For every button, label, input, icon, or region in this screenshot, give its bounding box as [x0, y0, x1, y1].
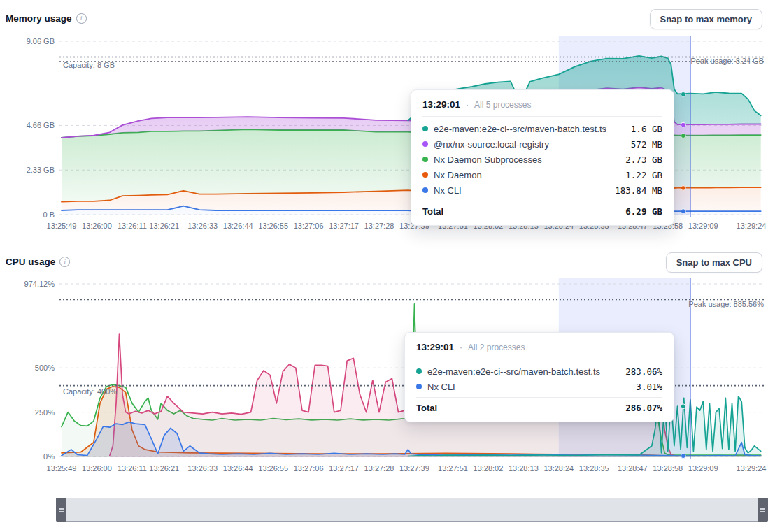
- x-tick-label: 13:29:09: [688, 222, 718, 230]
- series-color-dot: [422, 172, 428, 178]
- process-value: 3.01%: [636, 382, 662, 392]
- tooltip-time: 13:29:01: [422, 99, 460, 110]
- process-name: Nx Daemon: [434, 170, 620, 180]
- x-tick-label: 13:28:35: [579, 464, 609, 473]
- x-tick-label: 13:27:51: [438, 464, 468, 473]
- process-value: 283.06%: [625, 366, 662, 377]
- charts-canvas[interactable]: [0, 0, 782, 532]
- x-tick-label: 13:27:06: [294, 222, 324, 230]
- x-tick-label: 13:26:11: [118, 464, 147, 473]
- memory-tooltip: 13:29:01 · All 5 processes e2e-maven:e2e…: [411, 89, 674, 226]
- process-value: 1.6 GB: [631, 124, 662, 134]
- x-tick-label: 13:27:06: [294, 464, 324, 473]
- memory-peak-label: Peak usage: 8.24 GB: [690, 57, 764, 65]
- process-name: Nx Daemon Subprocesses: [434, 154, 620, 165]
- x-tick-label: 13:29:09: [688, 464, 718, 473]
- tooltip-row: Nx Daemon Subprocesses 2.73 GB: [422, 152, 662, 167]
- x-tick-label: 13:25:49: [47, 222, 77, 230]
- cpu-capacity-label: Capacity: 400%: [63, 387, 117, 396]
- y-tick-label: 0 B: [3, 210, 55, 219]
- x-tick-label: 13:26:00: [82, 464, 112, 473]
- series-color-dot: [422, 157, 428, 162]
- process-value: 2.73 GB: [625, 154, 662, 165]
- memory-capacity-label: Capacity: 8 GB: [63, 61, 115, 69]
- x-tick-label: 13:27:28: [364, 222, 394, 230]
- tooltip-separator: ·: [460, 343, 462, 352]
- y-tick-label: 500%: [3, 364, 55, 372]
- total-value: 286.07%: [625, 403, 662, 413]
- brush-handle-left[interactable]: [56, 498, 66, 522]
- x-tick-label: 13:27:17: [329, 222, 359, 230]
- memory-section-header: Memory usage i: [6, 13, 87, 24]
- memory-info-icon[interactable]: i: [76, 13, 87, 24]
- process-name: Nx CLI: [434, 185, 609, 196]
- x-tick-label: 13:27:39: [399, 464, 429, 473]
- y-tick-label: 250%: [3, 408, 55, 417]
- tooltip-row: e2e-maven:e2e-ci--src/maven-batch.test.t…: [422, 121, 662, 136]
- x-tick-label: 13:29:24: [737, 464, 767, 473]
- x-tick-label: 13:26:33: [187, 464, 218, 473]
- tooltip-subtitle: All 2 processes: [468, 343, 525, 352]
- series-color-dot: [416, 368, 422, 374]
- tooltip-subtitle: All 5 processes: [474, 100, 531, 110]
- tooltip-total-row: Total 286.07%: [416, 397, 662, 416]
- x-tick-label: 13:26:55: [258, 464, 288, 473]
- total-label: Total: [422, 206, 625, 217]
- x-tick-label: 13:26:44: [223, 222, 253, 230]
- cpu-tooltip: 13:29:01 · All 2 processes e2e-maven:e2e…: [404, 332, 674, 422]
- tooltip-row: @nx/nx-source:local-registry 572 MB: [422, 136, 662, 152]
- tooltip-row: Nx CLI 3.01%: [416, 379, 662, 394]
- process-value: 572 MB: [631, 139, 662, 150]
- tooltip-rows: e2e-maven:e2e-ci--src/maven-batch.test.t…: [416, 359, 662, 397]
- snap-to-max-cpu-button[interactable]: Snap to max CPU: [666, 252, 762, 273]
- y-tick-label: 0%: [3, 452, 55, 461]
- x-tick-label: 13:26:11: [118, 222, 147, 230]
- cpu-info-icon[interactable]: i: [59, 257, 70, 267]
- x-tick-label: 13:28:24: [543, 464, 574, 473]
- tooltip-header: 13:29:01 · All 5 processes: [422, 97, 662, 117]
- cpu-peak-label: Peak usage: 885.56%: [688, 300, 764, 308]
- grip-lines: [59, 508, 64, 510]
- cpu-section-header: CPU usage i: [6, 257, 70, 267]
- x-tick-label: 13:26:00: [82, 222, 112, 230]
- series-color-dot: [422, 141, 428, 147]
- y-tick-label: 2.33 GB: [3, 166, 55, 174]
- x-tick-label: 13:28:58: [653, 464, 683, 473]
- x-tick-label: 13:26:33: [187, 222, 218, 230]
- cpu-usage-title: CPU usage: [6, 257, 55, 267]
- resource-usage-page: Memory usage i Snap to max memory CPU us…: [0, 0, 782, 532]
- tooltip-row: Nx CLI 183.84 MB: [422, 182, 662, 198]
- x-tick-label: 13:28:02: [474, 464, 504, 473]
- tooltip-separator: ·: [466, 100, 469, 110]
- tooltip-total-row: Total 6.29 GB: [422, 201, 662, 220]
- x-tick-label: 13:27:17: [329, 464, 359, 473]
- grip-lines: [760, 511, 765, 512]
- tooltip-row: e2e-maven:e2e-ci--src/maven-batch.test.t…: [416, 364, 662, 379]
- y-tick-label: 974.12%: [3, 280, 55, 288]
- x-tick-label: 13:26:21: [149, 222, 179, 230]
- cpu-x-axis: 13:25:4913:26:0013:26:1113:26:2113:26:33…: [0, 464, 782, 474]
- x-tick-label: 13:25:49: [47, 464, 77, 473]
- x-tick-label: 13:26:44: [223, 464, 253, 473]
- x-tick-label: 13:29:24: [737, 222, 767, 230]
- process-value: 1.22 GB: [625, 170, 662, 180]
- total-value: 6.29 GB: [625, 206, 662, 217]
- series-color-dot: [422, 126, 428, 131]
- process-value: 183.84 MB: [615, 185, 662, 196]
- memory-usage-title: Memory usage: [6, 13, 72, 24]
- y-tick-label: 9.06 GB: [3, 37, 55, 45]
- tooltip-row: Nx Daemon 1.22 GB: [422, 167, 662, 182]
- x-tick-label: 13:26:21: [149, 464, 179, 473]
- timeline-brush-track[interactable]: [56, 498, 768, 522]
- brush-handle-right[interactable]: [758, 498, 768, 522]
- process-name: Nx CLI: [427, 382, 630, 392]
- total-label: Total: [416, 403, 625, 413]
- x-tick-label: 13:28:13: [509, 464, 539, 473]
- snap-to-max-memory-button[interactable]: Snap to max memory: [650, 9, 763, 29]
- x-tick-label: 13:26:55: [258, 222, 288, 230]
- x-tick-label: 13:27:28: [364, 464, 394, 473]
- grip-lines: [59, 511, 64, 512]
- y-tick-label: 4.66 GB: [3, 121, 55, 129]
- tooltip-time: 13:29:01: [416, 342, 454, 352]
- process-name: e2e-maven:e2e-ci--src/maven-batch.test.t…: [427, 366, 620, 377]
